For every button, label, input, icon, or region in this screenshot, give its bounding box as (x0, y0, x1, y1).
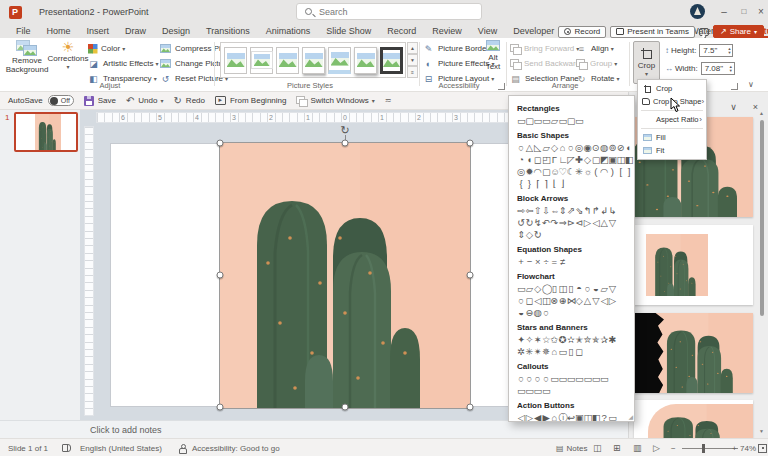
menu-item-fit[interactable]: Fit (638, 144, 706, 157)
tab-draw[interactable]: Draw (117, 26, 154, 38)
panel-chevron-down-icon[interactable]: ∨ (730, 102, 737, 112)
shape-cell[interactable]: ☾ (567, 166, 575, 178)
shape-cell[interactable]: [ (617, 166, 625, 178)
shape-cell[interactable]: ⌂ (558, 142, 566, 154)
redo-button[interactable]: ↻Redo (173, 95, 205, 106)
corrections-button[interactable]: ☀ Corrections ▾ (52, 40, 84, 72)
shape-cell[interactable]: ◫ (617, 154, 625, 166)
shape-cell[interactable]: ✳ (525, 346, 533, 358)
shape-cell[interactable]: ◍ (600, 142, 608, 154)
shape-cell[interactable]: ✯ (592, 334, 600, 346)
tab-animations[interactable]: Animations (258, 26, 319, 38)
shape-cell[interactable]: ◺ (534, 142, 542, 154)
minimize-button[interactable]: – (714, 0, 734, 24)
shape-cell[interactable]: { (517, 178, 525, 190)
shape-cell[interactable]: ✚ (575, 154, 583, 166)
picture-style-4[interactable] (302, 47, 325, 74)
shape-cell[interactable]: ▢ (592, 154, 600, 166)
shape-cell[interactable]: ⊙ (592, 142, 600, 154)
panel-scrollbar[interactable]: ▲ ▼ (758, 110, 765, 434)
rotate-handle[interactable]: ↻ (340, 124, 349, 137)
present-in-teams-button[interactable]: Present in Teams (610, 26, 695, 38)
fit-to-window-icon[interactable] (758, 439, 767, 456)
shape-cell[interactable]: ○ (525, 373, 533, 385)
shape-cell[interactable]: ▭ (525, 385, 533, 397)
shape-cell[interactable]: ▯ (550, 283, 558, 295)
shape-cell[interactable]: ▭ (534, 385, 542, 397)
zoom-level[interactable]: 74% (740, 439, 756, 456)
tab-record[interactable]: Record (379, 26, 424, 38)
shape-cell[interactable]: ] (625, 166, 633, 178)
picture-style-5[interactable] (328, 47, 351, 74)
tab-transitions[interactable]: Transitions (198, 26, 258, 38)
shape-cell[interactable]: ⊘ (617, 142, 625, 154)
shape-cell[interactable]: ◇ (550, 142, 558, 154)
shape-cell[interactable]: ▭ (600, 373, 608, 385)
shape-cell[interactable]: ⇗ (567, 205, 575, 217)
slide-1-thumbnail[interactable] (14, 112, 78, 152)
shape-cell[interactable]: ○ (583, 283, 591, 295)
shape-cell[interactable]: ◔ (517, 154, 525, 166)
shape-cell[interactable]: ∟ (558, 154, 566, 166)
selection-handle[interactable] (217, 272, 224, 279)
design-idea-4[interactable] (634, 400, 753, 438)
shape-cell[interactable]: ⇘ (575, 205, 583, 217)
shape-cell[interactable]: ◻ (575, 346, 583, 358)
shape-cell[interactable]: ✦ (517, 334, 525, 346)
shape-cell[interactable]: ◁ (592, 217, 600, 229)
shape-cell[interactable]: ⊖ (525, 307, 533, 319)
shape-cell[interactable]: ▭ (558, 115, 566, 127)
shape-cell[interactable]: ÷ (542, 256, 550, 268)
shape-cell[interactable]: ? (600, 412, 608, 422)
selection-handle[interactable] (217, 140, 224, 147)
shape-cell[interactable]: ( (592, 166, 600, 178)
shape-cell[interactable]: ✫ (567, 334, 575, 346)
shape-cell[interactable]: ◎ (575, 142, 583, 154)
shape-cell[interactable]: ↺ (517, 217, 525, 229)
shape-cell[interactable]: ◎ (517, 166, 525, 178)
shape-cell[interactable]: ○ (517, 373, 525, 385)
shape-cell[interactable]: ○ (534, 373, 542, 385)
tab-review[interactable]: Review (424, 26, 470, 38)
shape-cell[interactable]: ✵ (542, 346, 550, 358)
shape-cell[interactable]: ↷ (550, 217, 558, 229)
zoom-in-button[interactable]: + (732, 439, 737, 456)
shape-cell[interactable]: ⌊ (550, 178, 558, 190)
shape-cell[interactable]: ↱ (592, 205, 600, 217)
shape-cell[interactable]: ▢ (525, 115, 533, 127)
selection-handle[interactable] (342, 140, 349, 147)
shape-cell[interactable]: ◍ (534, 307, 542, 319)
shape-cell[interactable]: ⊲ (575, 217, 583, 229)
shape-cell[interactable]: ○ (542, 373, 550, 385)
shape-cell[interactable]: Γ (550, 154, 558, 166)
shape-cell[interactable]: ▭ (558, 346, 566, 358)
notes-toggle-button[interactable]: ▤Notes (556, 439, 587, 456)
shape-cell[interactable]: ◧ (625, 154, 633, 166)
undo-button[interactable]: ↶Undo▾ (126, 95, 164, 106)
shape-cell[interactable]: ⓘ (558, 412, 566, 422)
tab-file[interactable]: File (8, 26, 39, 38)
collapse-ribbon-icon[interactable]: ∨ (748, 80, 754, 89)
shape-cell[interactable]: △ (525, 142, 533, 154)
shape-cell[interactable]: ⌂ (550, 412, 558, 422)
shape-cell[interactable]: ↰ (583, 205, 591, 217)
remove-background-button[interactable]: Remove Background (5, 40, 49, 74)
shape-cell[interactable]: ✭ (575, 334, 583, 346)
color-button[interactable]: Color▾ (88, 41, 125, 56)
picture-style-2[interactable] (250, 47, 273, 74)
shape-cell[interactable]: ▢ (542, 166, 550, 178)
shape-cell[interactable]: ◐ (625, 142, 633, 154)
shape-cell[interactable]: ☺ (550, 166, 558, 178)
shape-cell[interactable]: ▶ (542, 412, 550, 422)
shape-cell[interactable]: ⊳ (567, 217, 575, 229)
selection-handle[interactable] (467, 272, 474, 279)
zoom-out-button[interactable]: − (671, 439, 676, 456)
shape-cell[interactable]: ⇧ (534, 205, 542, 217)
shape-cell[interactable]: ⌉ (542, 178, 550, 190)
shape-cell[interactable]: ↻ (534, 229, 542, 241)
shape-cell[interactable]: ⋈ (567, 295, 575, 307)
shape-cell[interactable]: ◁ (534, 295, 542, 307)
shape-cell[interactable]: ✱ (608, 334, 616, 346)
shape-cell[interactable]: ◇ (525, 229, 533, 241)
shape-cell[interactable]: ▭ (567, 373, 575, 385)
